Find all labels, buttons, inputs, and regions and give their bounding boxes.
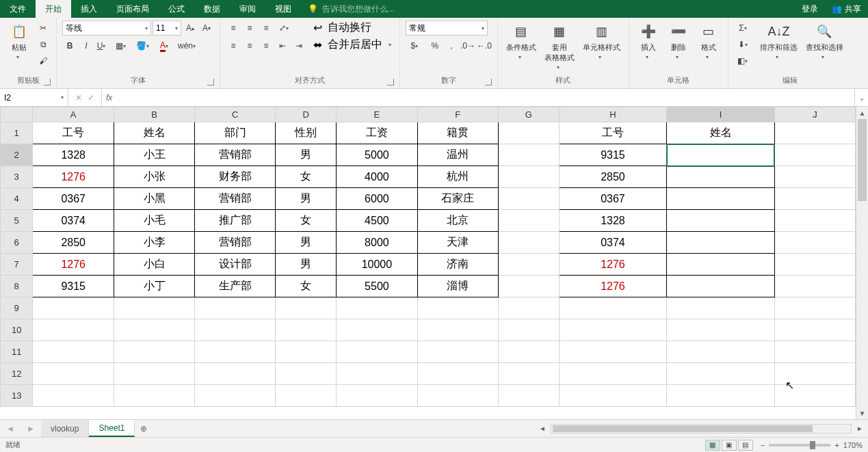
cell-B11[interactable] bbox=[114, 341, 194, 363]
orientation-button[interactable]: ⤢▾ bbox=[275, 21, 295, 36]
zoom-in-button[interactable]: + bbox=[834, 441, 839, 449]
cell-A6[interactable]: 2850 bbox=[33, 232, 114, 254]
scroll-thumb[interactable] bbox=[553, 425, 813, 432]
tab-review[interactable]: 审阅 bbox=[230, 0, 265, 18]
copy-button[interactable]: ⧉ bbox=[36, 37, 51, 52]
cell-A10[interactable] bbox=[33, 319, 114, 341]
cell-D1[interactable]: 性别 bbox=[276, 122, 337, 144]
cell-C12[interactable] bbox=[195, 363, 276, 385]
column-header-E[interactable]: E bbox=[337, 107, 418, 122]
expand-formula-bar-button[interactable]: ⌄ bbox=[854, 89, 868, 106]
cell-I9[interactable] bbox=[667, 297, 775, 319]
cell-D7[interactable]: 男 bbox=[276, 254, 337, 276]
cell-G9[interactable] bbox=[498, 297, 559, 319]
clear-button[interactable]: ◧▾ bbox=[734, 53, 754, 68]
cell-B6[interactable]: 小李 bbox=[114, 232, 194, 254]
cell-I7[interactable] bbox=[667, 254, 775, 276]
conditional-format-button[interactable]: ▤条件格式▾ bbox=[503, 21, 539, 62]
cell-H12[interactable] bbox=[559, 363, 667, 385]
cell-J10[interactable] bbox=[774, 319, 855, 341]
cell-I4[interactable] bbox=[667, 188, 775, 210]
cell-J7[interactable] bbox=[774, 254, 855, 276]
name-box[interactable]: I2▾ bbox=[0, 89, 68, 106]
cell-E10[interactable] bbox=[337, 319, 418, 341]
align-left-button[interactable]: ≡ bbox=[226, 38, 241, 53]
cell-G12[interactable] bbox=[498, 363, 559, 385]
increase-indent-button[interactable]: ⇥ bbox=[291, 38, 306, 53]
cell-E2[interactable]: 5000 bbox=[337, 144, 418, 166]
bold-button[interactable]: B bbox=[62, 38, 77, 53]
horizontal-scrollbar[interactable]: ◄ ► bbox=[509, 424, 868, 434]
zoom-out-button[interactable]: − bbox=[761, 441, 765, 449]
sort-filter-button[interactable]: A↓Z排序和筛选▾ bbox=[757, 21, 800, 62]
tell-me-search[interactable]: 💡 告诉我您想做什么... bbox=[301, 0, 402, 18]
scroll-down-icon[interactable]: ▼ bbox=[856, 407, 868, 419]
cell-I5[interactable] bbox=[667, 210, 775, 232]
cell-B4[interactable]: 小黑 bbox=[114, 188, 194, 210]
align-top-button[interactable]: ≡ bbox=[226, 21, 241, 36]
cell-J2[interactable] bbox=[774, 144, 855, 166]
cell-G3[interactable] bbox=[498, 166, 559, 188]
cell-G7[interactable] bbox=[498, 254, 559, 276]
cell-H3[interactable]: 2850 bbox=[559, 166, 667, 188]
cell-C4[interactable]: 营销部 bbox=[195, 188, 276, 210]
cell-A7[interactable]: 1276 bbox=[33, 254, 114, 276]
cell-G8[interactable] bbox=[498, 276, 559, 297]
cell-F2[interactable]: 温州 bbox=[417, 144, 498, 166]
align-right-button[interactable]: ≡ bbox=[259, 38, 274, 53]
tab-data[interactable]: 数据 bbox=[194, 0, 230, 18]
cell-I6[interactable] bbox=[667, 232, 775, 254]
cell-A11[interactable] bbox=[33, 341, 114, 363]
cell-A8[interactable]: 9315 bbox=[33, 276, 114, 297]
cell-D8[interactable]: 女 bbox=[276, 276, 337, 297]
cell-G6[interactable] bbox=[498, 232, 559, 254]
column-header-B[interactable]: B bbox=[114, 107, 194, 122]
cell-C5[interactable]: 推广部 bbox=[195, 210, 276, 232]
cell-I12[interactable] bbox=[667, 363, 775, 385]
italic-button[interactable]: I bbox=[79, 38, 94, 53]
cell-J13[interactable] bbox=[774, 385, 855, 407]
cell-J8[interactable] bbox=[774, 276, 855, 297]
cell-I2[interactable] bbox=[667, 144, 775, 166]
cell-A4[interactable]: 0367 bbox=[33, 188, 114, 210]
increase-decimal-button[interactable]: .0→ bbox=[460, 38, 475, 53]
underline-button[interactable]: U▾ bbox=[95, 38, 110, 53]
column-header-J[interactable]: J bbox=[774, 107, 855, 122]
confirm-formula-button[interactable]: ✓ bbox=[88, 93, 94, 103]
tab-formula[interactable]: 公式 bbox=[159, 0, 194, 18]
row-header[interactable]: 12 bbox=[1, 363, 33, 385]
fx-icon[interactable]: fx bbox=[102, 93, 116, 103]
cell-B1[interactable]: 姓名 bbox=[114, 122, 194, 144]
share-button[interactable]: 👥 共享 bbox=[825, 3, 868, 15]
cell-E4[interactable]: 6000 bbox=[337, 188, 418, 210]
zoom-level[interactable]: 170% bbox=[843, 441, 863, 449]
cell-E5[interactable]: 4500 bbox=[337, 210, 418, 232]
row-header[interactable]: 2 bbox=[1, 144, 33, 166]
row-header[interactable]: 13 bbox=[1, 385, 33, 407]
tab-home[interactable]: 开始 bbox=[36, 0, 71, 18]
row-header[interactable]: 8 bbox=[1, 276, 33, 297]
cell-I1[interactable]: 姓名 bbox=[667, 122, 775, 144]
cell-D2[interactable]: 男 bbox=[276, 144, 337, 166]
format-painter-button[interactable]: 🖌 bbox=[36, 53, 51, 68]
cell-C11[interactable] bbox=[195, 341, 276, 363]
vertical-scrollbar[interactable]: ▲ ▼ bbox=[856, 107, 868, 419]
phonetic-button[interactable]: wén▾ bbox=[177, 38, 198, 53]
login-button[interactable]: 登录 bbox=[795, 3, 825, 15]
number-format-select[interactable]: 常规▾ bbox=[406, 21, 488, 36]
align-middle-button[interactable]: ≡ bbox=[242, 21, 257, 36]
cell-A2[interactable]: 1328 bbox=[33, 144, 114, 166]
cell-H2[interactable]: 9315 bbox=[559, 144, 667, 166]
insert-cells-button[interactable]: ➕插入▾ bbox=[635, 21, 662, 62]
sheet-tab-vlookup[interactable]: vlookup bbox=[41, 420, 89, 437]
cell-J6[interactable] bbox=[774, 232, 855, 254]
cell-C8[interactable]: 生产部 bbox=[195, 276, 276, 297]
row-header[interactable]: 5 bbox=[1, 210, 33, 232]
cell-F12[interactable] bbox=[417, 363, 498, 385]
cell-F5[interactable]: 北京 bbox=[417, 210, 498, 232]
cell-A1[interactable]: 工号 bbox=[33, 122, 114, 144]
cell-B8[interactable]: 小丁 bbox=[114, 276, 194, 297]
next-sheet-button[interactable]: ► bbox=[27, 424, 35, 434]
cell-E11[interactable] bbox=[337, 341, 418, 363]
fill-button[interactable]: ⬇▾ bbox=[734, 37, 754, 52]
